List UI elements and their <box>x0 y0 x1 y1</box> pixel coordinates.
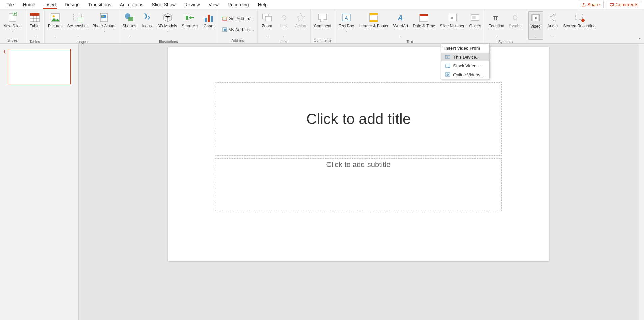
comment-icon <box>609 2 614 7</box>
svg-rect-37 <box>532 15 533 21</box>
video-icon <box>530 12 541 23</box>
share-button[interactable]: Share <box>578 1 604 8</box>
header-footer-icon <box>368 12 379 23</box>
screen-recording-button[interactable]: Screen Recording <box>562 11 597 29</box>
icons-icon <box>142 12 152 23</box>
tab-transitions[interactable]: Transitions <box>84 1 116 9</box>
share-icon <box>581 2 586 7</box>
tab-review[interactable]: Review <box>180 1 204 9</box>
photo-album-button[interactable]: Photo Album⌵ <box>91 11 117 33</box>
shapes-label: Shapes <box>122 24 136 28</box>
chart-button[interactable]: Chart <box>201 11 216 29</box>
svg-rect-39 <box>576 14 582 20</box>
get-addins-button[interactable]: Get Add-ins <box>221 15 255 22</box>
thumbnail-slide-1[interactable] <box>8 49 71 84</box>
slide-canvas-area[interactable]: Click to add title Click to add subtitle <box>79 44 638 320</box>
slide-thumbnail-pane[interactable]: 1 <box>0 44 79 320</box>
wordart-icon: A <box>396 12 406 23</box>
link-button: Link⌵ <box>276 11 291 39</box>
chevron-down-icon: ⌵ <box>283 35 285 38</box>
tab-recording[interactable]: Recording <box>223 1 254 9</box>
group-illustrations: Shapes⌵ Icons 3D Models⌵ SmartArt Chart … <box>119 9 218 43</box>
object-icon <box>470 12 480 23</box>
tab-slide-show[interactable]: Slide Show <box>148 1 180 9</box>
wordart-button[interactable]: A WordArt⌵ <box>392 11 410 39</box>
menu-this-device[interactable]: This Device... <box>441 53 489 61</box>
slide-1[interactable]: Click to add title Click to add subtitle <box>168 47 549 261</box>
group-media: Video⌵ Audio⌵ Screen Recording Media <box>526 9 599 43</box>
slide-number-label: Slide Number <box>440 24 464 28</box>
wordart-label: WordArt <box>393 24 408 28</box>
svg-rect-12 <box>128 17 133 21</box>
menu-stock-videos[interactable]: Stock Videos... <box>441 61 489 70</box>
slide-number-button[interactable]: # Slide Number <box>438 11 466 29</box>
svg-rect-25 <box>370 13 378 15</box>
title-placeholder-text: Click to add title <box>306 111 411 127</box>
tab-view[interactable]: View <box>204 1 223 9</box>
device-icon <box>445 54 450 60</box>
zoom-button[interactable]: Zoom⌵ <box>260 11 274 39</box>
chevron-down-icon: ⌵ <box>104 29 105 33</box>
group-images: Pictures⌵ Screenshot⌵ Photo Album⌵ Image… <box>45 9 119 43</box>
icons-button[interactable]: Icons <box>140 11 154 29</box>
menu-online-videos[interactable]: Online Videos... <box>441 70 489 79</box>
my-addins-button[interactable]: My Add-ins ⌵ <box>221 26 255 33</box>
screenshot-button[interactable]: Screenshot⌵ <box>66 11 89 39</box>
svg-rect-19 <box>224 29 226 31</box>
svg-point-10 <box>102 16 104 17</box>
chevron-down-icon: ⌵ <box>552 35 554 38</box>
chevron-down-icon: ⌵ <box>129 35 130 38</box>
subtitle-placeholder[interactable]: Click to add subtitle <box>215 158 502 211</box>
equation-button[interactable]: π Equation⌵ <box>487 11 505 39</box>
svg-rect-3 <box>30 13 39 16</box>
thumbnail-row-1[interactable]: 1 <box>3 49 75 84</box>
3d-models-button[interactable]: 3D Models⌵ <box>156 11 178 33</box>
svg-text:A: A <box>345 15 348 21</box>
pictures-label: Pictures <box>48 24 62 28</box>
svg-point-40 <box>581 19 585 22</box>
table-button[interactable]: Table⌵ <box>27 11 42 39</box>
video-button[interactable]: Video⌵ <box>528 11 543 40</box>
chart-icon <box>203 12 214 23</box>
slide-number-icon: # <box>447 12 458 23</box>
vertical-scrollbar[interactable] <box>638 44 644 320</box>
text-box-button[interactable]: A Text Box⌵ <box>337 11 355 33</box>
svg-rect-33 <box>472 16 476 19</box>
audio-button[interactable]: Audio⌵ <box>545 11 560 39</box>
smartart-icon <box>184 12 195 23</box>
my-addins-label: My Add-ins <box>229 27 250 32</box>
shapes-button[interactable]: Shapes⌵ <box>121 11 138 39</box>
new-slide-label: New Slide <box>3 24 22 28</box>
link-label: Link <box>280 24 288 28</box>
pictures-button[interactable]: Pictures⌵ <box>47 11 64 39</box>
icons-label: Icons <box>142 24 152 28</box>
comments-button[interactable]: Comments <box>606 1 642 8</box>
comment-button[interactable]: Comment <box>313 11 333 29</box>
photo-album-icon <box>98 12 109 23</box>
smartart-button[interactable]: SmartArt <box>180 11 199 29</box>
tab-animations[interactable]: Animations <box>115 1 147 9</box>
tab-home[interactable]: Home <box>19 1 40 9</box>
tab-help[interactable]: Help <box>254 1 272 9</box>
tab-insert[interactable]: Insert <box>40 1 60 9</box>
get-addins-label: Get Add-ins <box>229 16 252 21</box>
group-comments: Comment Comments <box>311 9 335 43</box>
tab-file[interactable]: File <box>2 1 19 9</box>
chevron-down-icon: ⌵ <box>77 35 79 38</box>
collapse-ribbon-button[interactable]: ⌃ <box>638 37 641 42</box>
ribbon: New Slide⌵ Slides Table⌵ Tables Pictures… <box>0 9 644 44</box>
new-slide-button[interactable]: New Slide⌵ <box>2 11 23 33</box>
header-footer-button[interactable]: Header & Footer <box>357 11 390 29</box>
comments-label: Comments <box>615 2 638 7</box>
action-button: Action <box>293 11 308 29</box>
menu-online-label: Online Videos... <box>453 72 484 77</box>
group-tables: Table⌵ Tables <box>25 9 45 43</box>
zoom-label: Zoom <box>262 24 272 28</box>
object-button[interactable]: Object <box>468 11 482 29</box>
chart-label: Chart <box>204 24 213 28</box>
title-placeholder[interactable]: Click to add title <box>215 82 502 156</box>
tab-design[interactable]: Design <box>60 1 84 9</box>
comment-bubble-icon <box>317 12 328 23</box>
date-time-button[interactable]: Date & Time <box>411 11 436 29</box>
chevron-down-icon: ⌵ <box>496 35 497 38</box>
